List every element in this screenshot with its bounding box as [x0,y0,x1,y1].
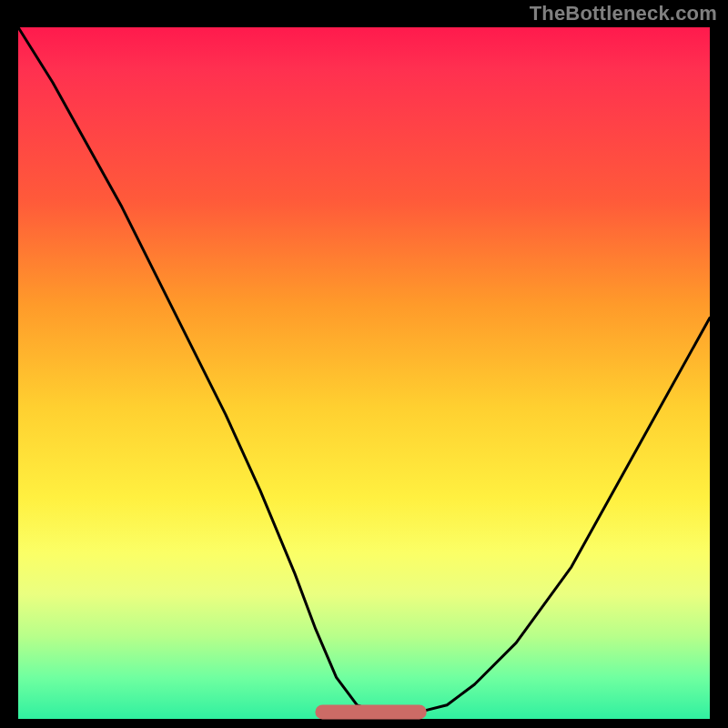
chart-frame: TheBottleneck.com [0,0,728,728]
watermark-text: TheBottleneck.com [530,2,717,25]
bottleneck-curve [18,27,710,712]
curve-svg [18,27,710,719]
plot-area [18,27,710,719]
